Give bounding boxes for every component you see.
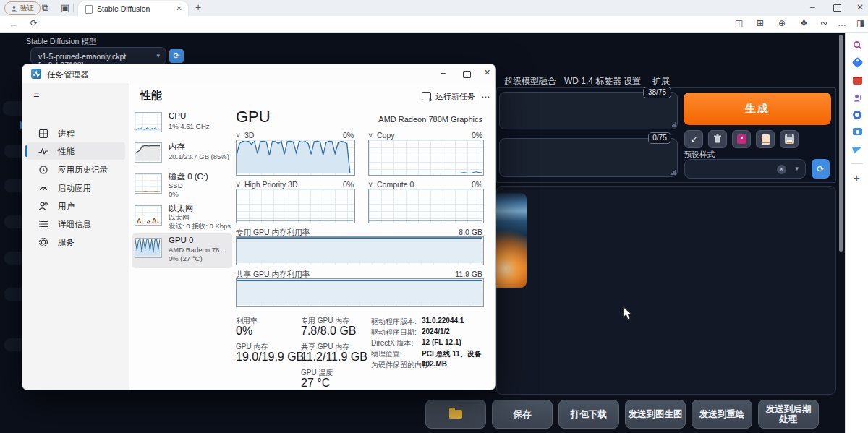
gpu-copy-chart — [368, 140, 484, 176]
add-sidebar-item-button[interactable]: + — [854, 171, 860, 184]
run-new-task-button[interactable]: ▶ 运行新任务 — [422, 88, 475, 104]
sidebar-item-services[interactable]: 服务 — [27, 233, 125, 251]
sidebar-item-label: 进程 — [58, 129, 75, 140]
search-icon[interactable] — [853, 40, 862, 50]
left-panel-fragment — [4, 338, 22, 351]
mouse-cursor — [622, 306, 633, 321]
tab-settings[interactable]: 设置 — [624, 75, 641, 87]
send-to-inpaint-button[interactable]: 发送到重绘 — [692, 400, 752, 429]
window-close-button[interactable]: ✕ — [856, 3, 864, 12]
collections-icon[interactable]: ⊞ — [757, 19, 764, 27]
hamburger-menu-icon[interactable]: ≡ — [33, 89, 39, 100]
split-screen-icon[interactable]: ◫ — [735, 19, 743, 27]
m365-icon[interactable] — [853, 111, 861, 119]
tm-minimize-button[interactable]: – — [441, 68, 446, 78]
sidebar-item-startup-apps[interactable]: 启动应用 — [27, 179, 125, 197]
tm-maximize-button[interactable] — [463, 71, 471, 78]
perf-item-cpu[interactable]: CPU 1% 4.61 GHz — [132, 109, 232, 140]
gpu-compute-chart — [368, 189, 484, 223]
clear-selection-icon[interactable]: × — [777, 165, 786, 174]
tm-titlebar[interactable]: 任务管理器 – ✕ — [22, 64, 496, 83]
gpu-section-title: GPU — [236, 108, 271, 127]
apply-style-button[interactable] — [756, 130, 775, 148]
more-menu-icon[interactable]: … — [838, 19, 846, 27]
resize-handle[interactable] — [671, 122, 676, 127]
sidebar-item-details[interactable]: 详细信息 — [27, 215, 125, 233]
toolbox-icon[interactable] — [853, 77, 862, 85]
chart-caret-icon[interactable]: ˅ — [368, 131, 373, 140]
resize-handle[interactable] — [671, 170, 676, 175]
save-style-icon — [785, 134, 794, 144]
people-icon[interactable] — [853, 93, 862, 103]
chart-caret-icon[interactable]: ˅ — [236, 180, 240, 189]
send-to-extras-button[interactable]: 发送到后期处理 — [758, 400, 819, 429]
extra-networks-button[interactable] — [732, 130, 751, 148]
browser-tab[interactable]: Stable Diffusion ✕ — [78, 1, 188, 16]
paste-params-button[interactable]: ↙ — [684, 130, 703, 148]
window-restore-button[interactable] — [833, 4, 841, 12]
perf-item-title: 磁盘 0 (C:) — [169, 171, 208, 182]
open-folder-button[interactable] — [425, 400, 486, 429]
perf-item-disk[interactable]: 磁盘 0 (C:) SSD 0% — [132, 170, 232, 202]
left-panel-fragment — [4, 179, 22, 192]
profile-button[interactable]: 验证 — [4, 1, 41, 15]
back-icon[interactable]: ← — [9, 19, 18, 30]
sidebar-item-label: 详细信息 — [58, 219, 91, 230]
browser-essentials-icon[interactable]: ⊕ — [778, 19, 786, 27]
sidebar-item-users[interactable]: 用户 — [27, 197, 125, 215]
sidebar-toggle-icon[interactable]: ◨ — [856, 19, 864, 27]
tm-window-title: 任务管理器 — [47, 69, 89, 80]
vertical-tabs-icon[interactable]: ▣ — [61, 3, 69, 12]
perf-item-title: 以太网 — [169, 203, 194, 214]
chart-caret-icon[interactable]: ˅ — [236, 131, 240, 140]
sidebar-item-processes[interactable]: 进程 — [27, 125, 125, 142]
tab-wd14-tagger[interactable]: WD 1.4 标签器 — [564, 75, 621, 87]
new-tab-button[interactable]: + — [195, 2, 201, 12]
tm-more-icon[interactable]: … — [481, 89, 490, 100]
perf-item-sub: 1% 4.61 GHz — [169, 122, 210, 131]
apps-icon[interactable]: ❖ — [800, 19, 808, 27]
sidebar-item-app-history[interactable]: 应用历史记录 — [27, 161, 125, 179]
tab-extensions[interactable]: 扩展 — [652, 75, 670, 87]
generated-image-thumbnail[interactable] — [496, 193, 527, 288]
send-plane-icon[interactable] — [852, 144, 863, 153]
left-panel-fragment — [4, 252, 22, 265]
clear-prompt-button[interactable] — [708, 130, 727, 148]
tm-close-button[interactable]: ✕ — [484, 68, 490, 77]
send-to-img2img-button[interactable]: 发送到图生图 — [625, 400, 686, 429]
model-refresh-button[interactable]: ⟳ — [169, 49, 184, 63]
negative-prompt-textarea[interactable] — [499, 138, 678, 177]
folder-icon — [449, 410, 462, 419]
perf-item-memory[interactable]: 内存 20.1/23.7 GB (85%) — [132, 140, 232, 170]
stat-label: 驱动程序版本: — [371, 317, 417, 327]
perf-item-ethernet[interactable]: 以太网 以太网 发送: 0 接收: 0 Kbps — [132, 202, 232, 233]
zip-download-button[interactable]: 打包下载 — [558, 400, 619, 429]
perf-item-gpu[interactable]: GPU 0 AMD Radeon 78... 0% (27 °C) — [132, 233, 232, 268]
screenshot-icon[interactable] — [853, 128, 862, 135]
styles-refresh-button[interactable]: ⟳ — [812, 159, 830, 179]
left-panel-fragment — [4, 215, 22, 228]
sidebar-item-performance[interactable]: 性能 — [27, 142, 125, 160]
shopping-tag-icon[interactable] — [852, 57, 864, 69]
profile-avatar-icon — [11, 5, 17, 12]
link-tools-icon[interactable]: ∾ — [820, 19, 827, 27]
window-minimize-button[interactable]: – — [810, 3, 815, 12]
save-button[interactable]: 保存 — [492, 400, 553, 429]
save-style-button[interactable] — [780, 130, 799, 148]
refresh-icon[interactable]: ⟳ — [30, 19, 38, 27]
page-scrollbar[interactable] — [839, 35, 843, 252]
perf-item-sub: 以太网 — [169, 213, 190, 222]
selected-accent-bar — [25, 145, 27, 157]
model-select[interactable]: v1-5-pruned-emaonly.ckpt [cc6cb27103] ▾ — [30, 47, 166, 65]
stat-value-reserved-memory: 102 MB — [422, 360, 447, 368]
new-task-icon: ▶ — [422, 92, 431, 100]
browser-tab-strip: 验证 ⧉ ▣ Stable Diffusion ✕ + – ✕ — [0, 0, 868, 16]
cpu-sparkline — [135, 112, 162, 132]
tab-close-icon[interactable]: ✕ — [176, 4, 182, 12]
gpu-sparkline — [135, 238, 162, 258]
tab-checkpoint-merger[interactable]: 超级模型融合 — [504, 75, 556, 87]
generate-button[interactable]: 生成 — [684, 93, 831, 125]
chart-caret-icon[interactable]: ˅ — [368, 180, 373, 189]
workspaces-icon[interactable]: ⧉ — [42, 3, 48, 12]
styles-select[interactable]: × ▾ — [684, 159, 806, 179]
